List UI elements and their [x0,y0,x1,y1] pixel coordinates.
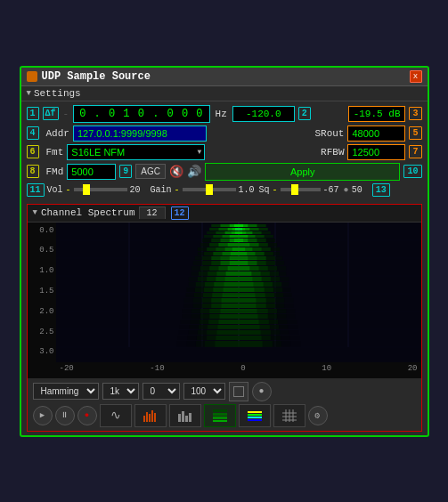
bottom-row2: ▶ ⏸ ● ∿ [33,404,416,427]
agc-button[interactable]: AGC [135,164,166,179]
circle-icon: ● [258,386,264,396]
svg-rect-62 [225,271,251,276]
vol-minus-icon: - [66,185,71,195]
window-select[interactable]: Hamming Hanning Blackman [33,383,99,400]
svg-rect-146 [213,417,227,419]
fft-size-select[interactable]: 1k 2k 4k [102,383,139,400]
x-tick-20: 20 [408,364,418,373]
bottom-row1: Hamming Hanning Blackman 1k 2k 4k 0 25 5… [33,382,416,401]
settings2-circle-button[interactable]: ⚙ [308,406,328,425]
svg-rect-117 [216,330,260,335]
grid-button[interactable] [273,404,305,427]
speaker-mute-icon[interactable]: 🔇 [169,165,183,179]
colormap-icon [247,409,263,423]
svg-rect-72 [224,282,253,287]
label-12: 12 [171,206,189,220]
sq-slider[interactable] [281,188,321,191]
apply-button[interactable]: Apply [205,163,400,181]
vol-slider[interactable] [74,188,127,191]
svg-rect-14 [234,228,241,231]
label-5: 5 [409,126,421,140]
svg-rect-9 [233,224,242,227]
row-vol: 11 Vol - 20 Gain - 1.0 Sq - -67 ● 50 13 [27,183,422,197]
waterfall-button[interactable] [204,404,236,427]
svg-rect-143 [189,413,191,422]
rfbw-input[interactable] [347,144,405,160]
fps-select[interactable]: 100 50 20 [183,383,225,400]
vol-value: 20 [130,185,148,195]
svg-rect-67 [224,277,252,281]
dash-label: - [63,109,69,119]
y-tick-3: 1.5 [29,287,54,296]
speaker-icon[interactable]: 🔊 [187,165,201,179]
spectrum-tab[interactable]: 12 [139,206,166,219]
gain-slider[interactable] [183,188,236,191]
waveform-button[interactable]: ∿ [100,404,132,427]
spectrum-icon [143,409,159,423]
vol-label: Vol [47,185,63,195]
svg-rect-102 [219,314,257,319]
title-bar-left: UDP Sample Source [27,70,151,83]
close-button[interactable]: x [410,70,422,83]
histogram-button[interactable] [169,404,201,427]
y-tick-0: 0.0 [29,226,54,235]
collapse-triangle[interactable]: ▼ [27,89,31,98]
svg-rect-147 [213,420,227,422]
svg-rect-23 [229,235,248,238]
svg-rect-37 [232,247,244,251]
label-1: 1 [27,107,39,120]
spectrum-collapse-icon[interactable]: ▼ [33,208,37,217]
label-7: 7 [409,145,421,158]
x-tick-n10: -10 [150,364,164,373]
row-fmd: 8 FMd 9 AGC 🔇 🔊 Apply 10 [27,163,422,181]
color-square-button[interactable] [229,382,248,401]
spectrum-chart: 0.0 0.5 1.0 1.5 2.0 2.5 3.0 [28,223,421,378]
svg-rect-142 [185,416,188,422]
gain-value: 1.0 [239,185,257,195]
play-button[interactable]: ▶ [33,406,53,425]
svg-rect-19 [234,231,241,234]
svg-rect-150 [248,417,262,418]
app-icon [27,71,37,82]
record-button[interactable]: ● [77,406,97,425]
fmd-input[interactable] [67,164,116,180]
gain-label: Gain [151,185,172,195]
y-axis: 0.0 0.5 1.0 1.5 2.0 2.5 3.0 [28,223,56,360]
settings-circle-button[interactable]: ● [252,382,272,401]
sq-label: Sq [259,185,270,195]
svg-rect-137 [149,414,151,422]
stop-icon: ⏸ [61,410,69,420]
svg-rect-112 [217,325,259,329]
color-square-icon [233,386,244,397]
spectrum-header: ▼ Channel Spectrum 12 12 [28,205,421,223]
x-tick-0: 0 [240,364,245,373]
label-4: 4 [27,126,39,140]
svg-rect-87 [221,298,256,303]
row-fmt: 6 Fmt S16LE NFM S16LE AM S16LE FM ▼ RFBW… [27,144,422,160]
svg-rect-135 [143,416,145,422]
delta-f-label: Δf [43,107,59,120]
spectrum-button[interactable] [134,404,167,427]
play-icon: ▶ [40,410,45,420]
srout-input[interactable] [347,126,405,142]
stop-button[interactable]: ⏸ [55,406,75,425]
label-8: 8 [27,165,39,178]
svg-rect-92 [221,304,256,308]
colormap-button[interactable] [239,404,271,427]
bottom-controls: Hamming Hanning Blackman 1k 2k 4k 0 25 5… [28,378,421,431]
x-axis: -20 -10 0 10 20 [56,362,421,378]
sq-value2: 50 [352,185,370,195]
waterfall-icon [212,409,228,423]
fmt-select[interactable]: S16LE NFM S16LE AM S16LE FM [67,144,205,160]
db-display: -19.5 dB [348,106,406,122]
y-tick-4: 2.0 [29,307,54,316]
overlap-select[interactable]: 0 25 50 [143,383,180,400]
addr-input[interactable] [73,126,207,142]
svg-rect-136 [146,412,148,422]
svg-rect-122 [216,336,261,340]
x-tick-n20: -20 [60,364,74,373]
label-10: 10 [403,165,421,178]
sq-value: -67 [323,185,341,195]
power-field[interactable]: -120.0 [232,106,295,122]
y-tick-5: 2.5 [29,328,54,336]
